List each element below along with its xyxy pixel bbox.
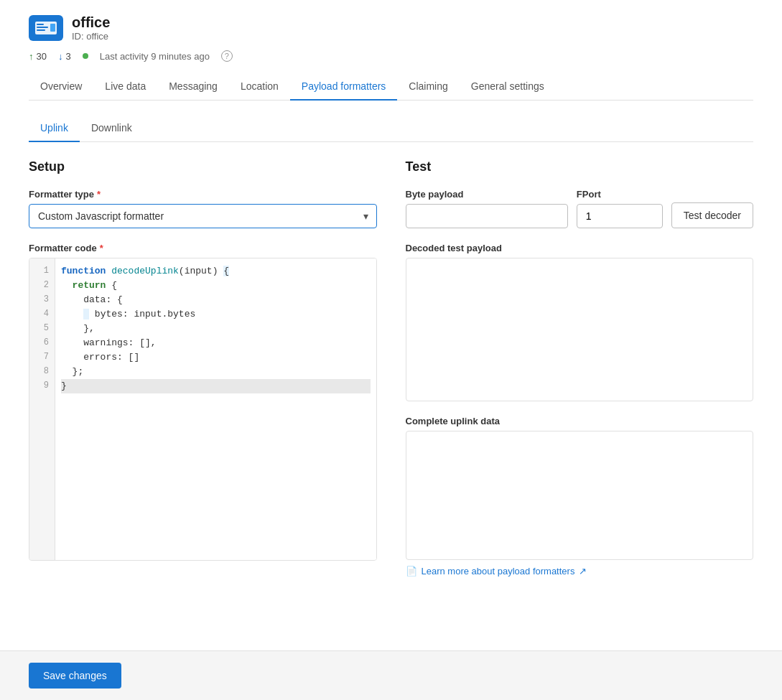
test-section: Test Byte payload FPort Test decoder Dec… [406,159,754,577]
code-line-1: function decodeUplink(input) { [61,264,371,279]
svg-rect-3 [37,29,45,31]
down-stat: ↓ 3 [58,51,71,62]
book-icon: 📄 [406,566,417,577]
code-line-6: warnings: [], [61,336,371,350]
formatter-type-wrapper: None Custom Javascript formatter Cayenne… [29,204,377,228]
fport-input[interactable] [577,204,663,228]
code-editor[interactable]: 1 2 3 4 5 6 7 8 9 function decodeUplink(… [29,258,377,561]
formatter-code-required: * [100,243,103,253]
setup-title: Setup [29,159,377,174]
test-title: Test [406,159,754,174]
sub-tabs: Uplink Downlink [29,115,753,142]
setup-section: Setup Formatter type * None Custom Javas… [29,159,377,577]
tab-claiming[interactable]: Claiming [397,73,459,101]
down-arrow-icon: ↓ [58,51,63,62]
code-line-5: }, [61,322,371,336]
line-numbers: 1 2 3 4 5 6 7 8 9 [29,258,55,560]
decoded-payload-label: Decoded test payload [406,243,754,253]
svg-rect-1 [37,24,44,25]
tab-location[interactable]: Location [229,73,290,101]
test-decoder-button[interactable]: Test decoder [671,202,753,228]
up-arrow-icon: ↑ [29,51,34,62]
complete-uplink-section: Complete uplink data [406,416,754,560]
device-name: office [72,14,110,31]
learn-more-link[interactable]: 📄 Learn more about payload formatters ↗ [406,566,754,577]
decoded-payload-section: Decoded test payload [406,243,754,401]
down-count: 3 [65,51,70,62]
activity-dot [83,53,88,59]
code-line-9: } [61,379,371,393]
up-count: 30 [37,51,47,62]
byte-payload-field: Byte payload [406,189,568,228]
page-header: office ID: office ↑ 30 ↓ 3 Last activity… [0,0,782,101]
decoded-payload-box [406,258,754,401]
main-content: Uplink Downlink Setup Formatter type * N… [0,101,782,591]
tab-overview[interactable]: Overview [29,73,93,101]
code-line-3: data: { [61,293,371,307]
device-info: office ID: office [29,14,753,42]
tab-general-settings[interactable]: General settings [460,73,556,101]
device-title: office ID: office [72,14,110,42]
tab-payload-formatters[interactable]: Payload formatters [290,73,398,101]
test-input-row: Byte payload FPort Test decoder [406,189,754,228]
sub-tab-uplink[interactable]: Uplink [29,115,80,142]
sub-tab-downlink[interactable]: Downlink [80,115,144,142]
tab-live-data[interactable]: Live data [93,73,157,101]
fport-label: FPort [577,189,663,200]
stats-bar: ↑ 30 ↓ 3 Last activity 9 minutes ago ? [29,50,753,62]
learn-more-text: Learn more about payload formatters [422,566,575,577]
complete-uplink-box [406,431,754,560]
activity-text: Last activity 9 minutes ago [100,51,210,62]
formatter-type-label: Formatter type * [29,189,377,200]
code-line-7: errors: [] [61,350,371,365]
byte-payload-label: Byte payload [406,189,568,200]
code-line-8: }; [61,365,371,379]
formatter-code-label: Formatter code * [29,243,377,253]
up-stat: ↑ 30 [29,51,47,62]
device-icon [29,15,63,41]
code-line-2: return { [61,279,371,293]
tab-messaging[interactable]: Messaging [157,73,229,101]
code-content[interactable]: function decodeUplink(input) { return { … [55,258,376,560]
fport-field: FPort [577,189,663,228]
two-col-layout: Setup Formatter type * None Custom Javas… [29,159,753,577]
device-id: ID: office [72,31,110,42]
svg-rect-2 [37,27,48,28]
byte-payload-input[interactable] [406,204,568,228]
external-link-icon: ↗ [579,566,587,577]
activity-help-icon[interactable]: ? [221,50,233,62]
svg-rect-4 [50,24,55,32]
complete-uplink-label: Complete uplink data [406,416,754,426]
main-nav: Overview Live data Messaging Location Pa… [29,73,753,101]
formatter-type-select[interactable]: None Custom Javascript formatter Cayenne… [29,204,377,228]
formatter-type-required: * [97,189,101,200]
code-line-4: bytes: input.bytes [61,307,371,322]
